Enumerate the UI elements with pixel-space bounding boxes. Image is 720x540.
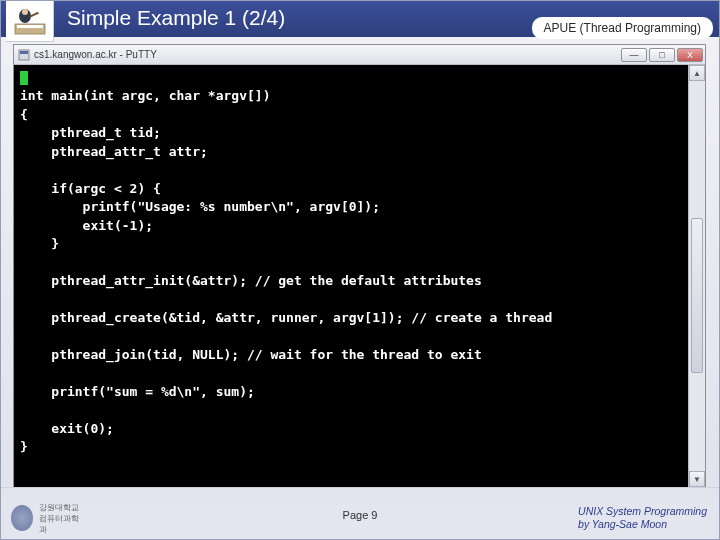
scroll-down-icon[interactable]: ▼: [689, 471, 705, 487]
credit-line-2: by Yang-Sae Moon: [578, 518, 707, 531]
svg-rect-1: [17, 25, 43, 28]
window-title: cs1.kangwon.ac.kr - PuTTY: [34, 49, 617, 60]
footer: 강원대학교 컴퓨터과학과 Page 9 UNIX System Programm…: [1, 487, 719, 539]
terminal-window: cs1.kangwon.ac.kr - PuTTY — □ X int main…: [13, 44, 706, 488]
maximize-button[interactable]: □: [649, 48, 675, 62]
slide: Simple Example 1 (2/4) APUE (Thread Prog…: [1, 1, 719, 539]
svg-point-3: [22, 9, 28, 15]
university-badge-icon: [11, 505, 33, 531]
terminal-area[interactable]: int main(int argc, char *argv[]) { pthre…: [14, 65, 688, 487]
scroll-up-icon[interactable]: ▲: [689, 65, 705, 81]
svg-rect-6: [20, 51, 28, 54]
putty-icon: [18, 49, 30, 61]
window-body: int main(int argc, char *argv[]) { pthre…: [14, 65, 705, 487]
slide-title: Simple Example 1 (2/4): [67, 6, 285, 30]
page-number: Page 9: [343, 509, 378, 521]
window-buttons: — □ X: [621, 48, 705, 62]
window-titlebar[interactable]: cs1.kangwon.ac.kr - PuTTY — □ X: [14, 45, 705, 65]
scrollbar[interactable]: ▲ ▼: [688, 65, 705, 487]
close-button[interactable]: X: [677, 48, 703, 62]
subtitle-pill: APUE (Thread Programming): [532, 17, 713, 39]
minimize-button[interactable]: —: [621, 48, 647, 62]
university-logo: 강원대학교 컴퓨터과학과: [11, 503, 79, 533]
credit-line-1: UNIX System Programming: [578, 505, 707, 518]
scroll-thumb[interactable]: [691, 218, 703, 373]
credits: UNIX System Programming by Yang-Sae Moon: [578, 505, 707, 531]
writer-icon: [6, 1, 54, 42]
scroll-track[interactable]: [689, 82, 705, 470]
terminal-cursor: [20, 71, 28, 85]
university-text: 강원대학교 컴퓨터과학과: [39, 502, 79, 535]
